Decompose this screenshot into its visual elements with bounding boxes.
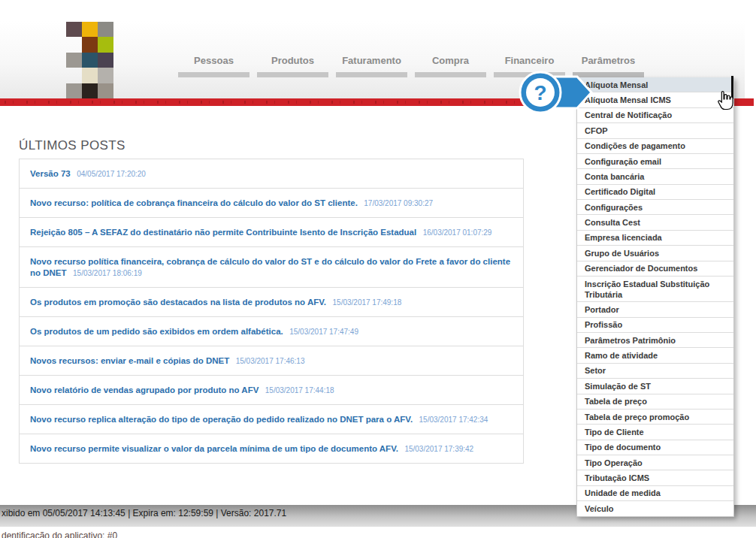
menu-item[interactable]: Tabela de preço promoção [577,410,733,425]
menu-item[interactable]: Configuração email [577,154,733,169]
post-title-link[interactable]: Novo recurso permite visualizar o valor … [30,444,398,453]
nav-item[interactable]: Produtos [257,56,328,77]
logo-square [66,22,82,37]
help-icon[interactable]: ? [517,69,595,116]
post-title-link[interactable]: Os produtos em promoção são destacados n… [30,298,326,307]
logo-square [66,83,82,98]
menu-item[interactable]: Simulação de ST [577,379,733,394]
nav-item-underline [257,72,328,77]
menu-item[interactable]: Tributação ICMS [577,470,733,485]
menu-item[interactable]: Grupo de Usuários [577,246,733,261]
menu-item[interactable]: Inscrição Estadual Substituição Tributár… [577,277,733,302]
menu-item[interactable]: Alíquota Mensal ICMS [577,92,733,107]
post-row[interactable]: Novo recurso permite visualizar o valor … [20,434,523,463]
post-date: 04/05/2017 17:20:20 [77,170,146,178]
post-date: 15/03/2017 17:47:49 [289,328,358,336]
nav-item[interactable]: Pessoas [178,56,249,77]
logo-square [98,68,113,83]
nav-item-label: Financeiro [505,56,555,65]
logo-square [98,22,113,37]
post-row[interactable]: Rejeição 805 – A SEFAZ do destinatário n… [20,218,523,247]
parametros-dropdown-menu: Alíquota Mensal Alíquota Mensal ICMS Cen… [576,77,734,517]
menu-item[interactable]: Veículo [577,501,733,515]
post-date: 15/03/2017 17:49:18 [333,298,402,307]
menu-item[interactable]: Ramo de atividade [577,348,733,363]
menu-item[interactable]: Tipo Operação [577,455,733,470]
menu-item[interactable]: Configurações [577,200,733,215]
post-date: 15/03/2017 17:42:34 [419,416,488,424]
app-page: Pessoas Produtos Faturamento Compra Fina… [0,0,756,538]
post-title-link[interactable]: Os produtos de um pedido são exibidos em… [30,327,283,336]
menu-item[interactable]: Parâmetros Patrimônio [577,333,733,348]
posts-heading: ÚLTIMOS POSTS [19,138,125,153]
menu-item[interactable]: Unidade de medida [577,486,733,501]
logo-square [82,37,98,52]
post-row[interactable]: Novos recursos: enviar e-mail e cópias d… [20,346,523,376]
status-text: xibido em 05/05/2017 14:13:45 | Expira e… [2,508,286,518]
nav-item[interactable]: Compra [415,56,486,77]
logo-square [82,83,98,98]
nav-item-underline [415,72,486,77]
menu-item[interactable]: Consulta Cest [577,215,733,230]
post-row[interactable]: Novo recurso replica alteração do tipo d… [20,405,523,434]
post-date: 17/03/2017 09:30:27 [364,199,433,207]
menu-item[interactable]: Central de Notificação [577,108,733,123]
nav-item-label: Parâmetros [582,56,636,65]
logo-square [98,53,113,68]
menu-item[interactable]: Gerenciador de Documentos [577,261,733,277]
post-title-link[interactable]: Novo recurso: política de cobrança finan… [30,198,358,207]
menu-item[interactable]: CFOP [577,123,733,138]
posts-list: Versão 73 04/05/2017 17:20:20 Novo recur… [19,159,524,464]
logo-square [66,68,82,83]
menu-item[interactable]: Setor [577,364,733,379]
logo-square [82,53,98,68]
post-title-link[interactable]: Versão 73 [30,169,71,178]
post-date: 15/03/2017 17:46:13 [236,357,305,365]
nav-item-label: Produtos [271,56,314,65]
brand-logo [66,22,113,98]
post-title-link[interactable]: Rejeição 805 – A SEFAZ do destinatário n… [30,228,416,237]
menu-item[interactable]: Tipo de Cliente [577,425,733,440]
menu-item[interactable]: Tabela de preço [577,394,733,410]
menu-item[interactable]: Portador [577,302,733,317]
post-date: 15/03/2017 17:39:42 [404,445,473,453]
menu-item[interactable]: Tipo de documento [577,440,733,455]
post-row[interactable]: Novo relatório de vendas agrupado por pr… [20,376,523,405]
post-date: 15/03/2017 18:06:19 [73,269,142,277]
logo-square [66,53,82,68]
logo-square [82,22,98,37]
post-row[interactable]: Versão 73 04/05/2017 17:20:20 [20,159,523,189]
post-title-link[interactable]: Novo recurso replica alteração do tipo d… [30,415,413,424]
menu-item[interactable]: Empresa licenciada [577,231,733,246]
menu-item[interactable]: Alíquota Mensal [577,77,733,92]
post-title-link[interactable]: Novo relatório de vendas agrupado por pr… [30,385,259,394]
post-title-link[interactable]: Novos recursos: enviar e-mail e cópias d… [30,356,229,365]
post-row[interactable]: Novo recurso política financeira, cobran… [20,247,523,288]
hand-cursor-icon [715,89,737,115]
nav-item-underline [336,72,407,77]
logo-square [98,83,113,98]
nav-item-label: Pessoas [194,56,234,65]
app-id-text: dentificação do aplicativo: #0 [2,530,117,538]
logo-square [98,37,113,52]
logo-square [82,68,98,83]
post-row[interactable]: Novo recurso: política de cobrança finan… [20,189,523,218]
nav-item-underline [178,72,249,77]
question-mark-glyph: ? [534,81,546,104]
post-row[interactable]: Os produtos de um pedido são exibidos em… [20,317,523,346]
nav-item-label: Compra [432,56,469,65]
logo-square [66,37,82,52]
nav-item-label: Faturamento [342,56,401,65]
menu-item[interactable]: Certificado Digital [577,185,733,200]
menu-item[interactable]: Profissão [577,318,733,333]
post-date: 16/03/2017 01:07:29 [423,228,492,237]
post-date: 15/03/2017 17:44:18 [265,386,334,394]
menu-item[interactable]: Conta bancária [577,169,733,184]
nav-item[interactable]: Faturamento [336,56,407,77]
post-row[interactable]: Os produtos em promoção são destacados n… [20,288,523,317]
menu-item[interactable]: Condições de pagamento [577,139,733,154]
